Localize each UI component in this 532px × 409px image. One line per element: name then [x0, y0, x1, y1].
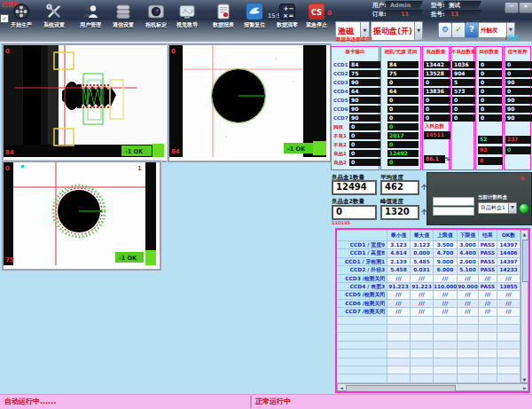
stats-value-box: 64 [349, 88, 380, 95]
stats-value-box: 5 [452, 79, 475, 86]
vertical-scrollbar[interactable]: ▲▼ [520, 230, 528, 383]
help-button[interactable]: ? [465, 22, 479, 38]
table-cell: /// [434, 300, 458, 308]
table-empty-cell [387, 350, 411, 358]
stats-row-label: 回收 [333, 124, 343, 130]
vertical-scroll-thumb[interactable] [522, 240, 529, 282]
close-button[interactable]: × [519, 2, 532, 13]
table-cell: /// [458, 275, 479, 283]
stats-value-box: 64 [387, 88, 419, 95]
table-cell: 0.000 [411, 249, 434, 257]
horizontal-scrollbar[interactable]: ◄► [337, 383, 528, 391]
table-cell: 3.500 [434, 241, 458, 249]
chevron-down-icon[interactable]: ▼ [414, 22, 422, 40]
count-input-2[interactable] [433, 207, 474, 216]
vibration-dropdown[interactable]: 振动盘(开) ▼ [371, 21, 423, 41]
table-empty-cell [411, 342, 434, 350]
toolbar-item-alarm-reset[interactable]: 报警复位 [236, 3, 273, 29]
scroll-left-icon[interactable]: ◄ [339, 385, 344, 390]
stats-value-box: 12492 [387, 150, 419, 157]
stats-group-out: 板卡输出CCD184CCD275CCD390CCD464CCD590CCD690… [331, 46, 379, 170]
model-value-strip [441, 1, 481, 9]
toolbar-item-tools[interactable]: 系统设置 [35, 3, 73, 29]
camera-2-counter-top: 0 [171, 48, 176, 55]
stats-value-box: 0 [452, 106, 475, 113]
order-value: 11 [401, 11, 409, 18]
table-row-label: CCD4 / 表面3 [337, 283, 387, 291]
scroll-right-icon[interactable]: ► [522, 385, 528, 390]
horizontal-scroll-thumb[interactable] [346, 385, 456, 392]
minimize-button[interactable]: − [505, 2, 519, 13]
intake-total-label: 入料总数 [425, 123, 444, 130]
settings-gear-button[interactable]: ⚙ [438, 22, 452, 38]
table-cell: /// [434, 275, 458, 283]
scroll-up-icon[interactable]: ▲ [521, 232, 528, 237]
toolbar-item-label: 紧急停止 [298, 21, 335, 29]
table-empty-cell [411, 374, 434, 382]
toolbar-item-monitor[interactable]: 视觉教导 [168, 3, 206, 29]
stats-group-bad: 不良品数量10369045573000 [450, 46, 474, 170]
table-cell: 4.614 [387, 249, 411, 257]
table-cell: /// [387, 308, 411, 316]
camera-1-result: -1 OK [125, 148, 144, 155]
peak-speed-value: 1320 [380, 205, 419, 220]
status-left: 自动运行中...... [1, 396, 252, 408]
stats-value-box: 0 [505, 61, 532, 68]
recycle-extra-value: 93 [478, 146, 503, 154]
stats-group-ret: 相机/光源 送回8475064000020170124920 [380, 46, 421, 170]
stats-value-box: 90 [349, 79, 380, 86]
stats-row-label: CCD2 [333, 71, 348, 76]
table-header-cell: 结果 [479, 230, 497, 241]
table-cell: PASS [479, 266, 497, 274]
table-cell: PASS [479, 283, 497, 291]
table-cell: PASS [479, 249, 497, 257]
stats-row-label: 良品1 [333, 151, 347, 157]
table-cell: /// [387, 300, 411, 308]
count-input-1[interactable] [433, 197, 474, 206]
table-header-cell: 最小值 [387, 230, 411, 241]
production-stats-panel: 0板卡输出CCD184CCD275CCD390CCD464CCD590CCD69… [331, 46, 531, 172]
stats-value-box: 0 [387, 106, 419, 113]
table-empty-cell [337, 366, 387, 374]
stats-row-label: CCD4 [333, 89, 348, 94]
stats-row-label: 良品2 [333, 160, 347, 166]
batch-value-strip [441, 10, 481, 18]
table-cell: 91.223 [411, 283, 434, 291]
toolbar-item-label: 开始生产 [3, 21, 40, 29]
excite-value: 激磁 [336, 26, 360, 37]
table-empty-cell [479, 317, 497, 325]
stats-value-box: 573 [452, 88, 475, 95]
recycle-extra-value: 0 [478, 157, 503, 165]
table-header-cell [337, 230, 387, 241]
table-empty-cell [458, 325, 479, 333]
trigger-value: 外触发 [479, 27, 506, 35]
camera-2-result: -1 OK [287, 146, 306, 153]
table-cell: 14397 [497, 258, 520, 266]
table-header-cell: 上限值 [434, 230, 458, 241]
stats-value-box: 0 [424, 79, 450, 86]
stats-row-label: CCD3 [333, 80, 348, 85]
measurement-table: 最小值最大值上限值下限值结果OK数CCD1 / 宽度93.1233.1233.5… [335, 228, 530, 393]
table-row-label: CCD1 / 牙检测1 [337, 258, 387, 266]
camera-2-image: 0 64 -1 OK [169, 45, 326, 157]
camera-3-counter-topright: 1 [137, 165, 142, 172]
table-empty-cell [411, 333, 434, 341]
toolbar-item-film-reel[interactable]: 开始生产 [3, 3, 40, 29]
chevron-down-icon[interactable]: ▼ [508, 203, 516, 213]
table-cell: 91.223 [387, 283, 411, 291]
scroll-down-icon[interactable]: ▼ [521, 377, 528, 382]
table-cell: 6.000 [434, 266, 458, 274]
toolbar-item-emergency-stop[interactable]: CS紧急停止 [298, 3, 335, 29]
stats-row-label: CCD5 [333, 98, 348, 103]
toolbar-item-server[interactable]: 通信设置 [105, 3, 142, 29]
stats-value-box: 0 [424, 97, 450, 104]
stats-column-header: 回收数量 [476, 49, 502, 55]
stats-value-box: 0 [349, 123, 380, 130]
table-empty-cell [434, 333, 458, 341]
stats-group-diff: 信号差异009009090902370 [504, 46, 531, 170]
stats-column-header: 相机/光源 送回 [381, 49, 420, 55]
current-box-select[interactable]: 良品料盒1 ▼ [478, 202, 517, 214]
toolbar-item-users[interactable]: 用户管理 [72, 3, 109, 29]
confirm-check-button[interactable]: ✓ [451, 22, 466, 38]
table-empty-cell [497, 342, 520, 350]
